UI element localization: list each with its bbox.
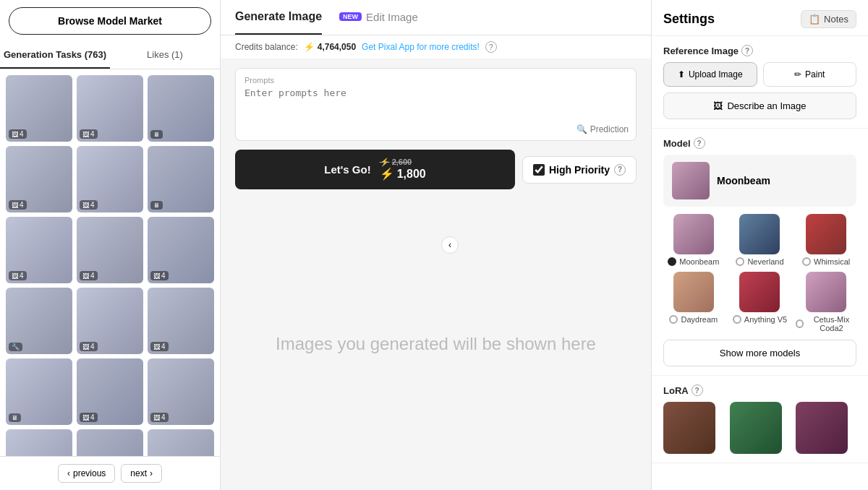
go-button[interactable]: Let's Go! ⚡2,600 ⚡1,800 [235, 150, 515, 189]
gallery-item[interactable]: 🖥 [6, 358, 72, 425]
priority-row: High Priority ? [522, 156, 637, 184]
gallery-badge: 🖥 [150, 130, 163, 139]
prediction-button[interactable]: 🔍 Prediction [576, 124, 629, 134]
paint-label: Paint [805, 69, 825, 79]
lora-item-lora2[interactable] [730, 402, 782, 454]
gallery-badge: 🖼4 [9, 129, 27, 139]
model-label-cetus: Cetus-Mix Coda2 [807, 315, 856, 332]
selected-model-thumb [672, 162, 710, 199]
gallery-item[interactable]: 🖼4 [148, 217, 214, 283]
priority-help-icon[interactable]: ? [614, 164, 626, 176]
sidebar-collapse-button[interactable]: ‹ [441, 236, 459, 254]
tab-likes[interactable]: Likes (1) [110, 42, 220, 69]
describe-icon: 🖼 [713, 100, 723, 111]
gallery-badge: 🖥 [150, 201, 163, 210]
model-label-moonbeam: Moonbeam [679, 257, 719, 266]
model-thumb-anythingv5 [739, 272, 780, 312]
prompt-area: Prompts 🔍 Prediction [221, 59, 651, 150]
upload-image-button[interactable]: ⬆ Upload Image [663, 62, 757, 87]
gallery-badge: 🖼4 [150, 413, 169, 422]
sidebar: Browse Model Market Generation Tasks (76… [0, 0, 221, 490]
notes-button[interactable]: 📋 Notes [801, 10, 856, 28]
gallery-badge: 🖼4 [80, 200, 98, 210]
high-priority-checkbox[interactable] [533, 164, 545, 176]
model-radio-whimsical: Whimsical [802, 257, 850, 266]
pagination: ‹ previous next › [0, 456, 220, 490]
lora-section: LoRA ? [652, 376, 868, 463]
radio-dot-daydream [669, 315, 678, 324]
gallery-item[interactable]: 🖼4 [6, 75, 72, 142]
gallery-item[interactable]: 🖼4 [148, 288, 214, 354]
tab-edit-image[interactable]: NEW Edit Image [339, 1, 418, 35]
credits-help-icon[interactable]: ? [485, 41, 497, 53]
gallery-badge: 🔧 [9, 343, 22, 351]
paint-button[interactable]: ✏ Paint [763, 62, 857, 87]
gallery-badge: 🖼4 [150, 271, 169, 280]
gallery-item[interactable]: 🖼4 [6, 429, 72, 456]
gallery-badge: 🖼4 [80, 413, 98, 422]
chevron-left-icon: ‹ [67, 468, 70, 478]
lora-item-lora1[interactable] [663, 402, 715, 454]
prev-button[interactable]: ‹ previous [58, 464, 115, 483]
gallery-item[interactable]: 🖼4 [77, 75, 143, 142]
model-option-cetus[interactable]: Cetus-Mix Coda2 [796, 272, 856, 332]
prompt-input[interactable] [244, 87, 627, 131]
credits-icon: ⚡ [304, 42, 315, 52]
model-option-neverland[interactable]: Neverland [730, 214, 791, 266]
new-badge: NEW [339, 12, 362, 21]
prediction-label: Prediction [590, 124, 629, 134]
model-option-daydream[interactable]: Daydream [663, 272, 724, 332]
gallery-grid: 🖼4🖼4🖥🖼4🖼4🖥🖼4🖼4🖼4🔧🖼4🖼4🖥🖼4🖼4🖼4🖼4🖼4 [0, 69, 220, 456]
reference-buttons: ⬆ Upload Image ✏ Paint [663, 62, 856, 87]
credits-value: ⚡ 4,764,050 [304, 42, 356, 52]
model-radio-moonbeam: Moonbeam [668, 257, 719, 266]
reference-help-icon[interactable]: ? [741, 45, 753, 56]
lora-item-lora3[interactable] [796, 402, 848, 454]
model-radio-anythingv5: Anything V5 [733, 315, 787, 324]
describe-label: Describe an Image [727, 100, 806, 111]
model-help-icon[interactable]: ? [694, 137, 705, 149]
browse-model-market-button[interactable]: Browse Model Market [9, 7, 211, 35]
show-more-models-button[interactable]: Show more models [663, 340, 856, 366]
credits-cta-link[interactable]: Get Pixal App for more credits! [362, 42, 480, 52]
selected-model: Moonbeam [663, 155, 856, 207]
describe-image-button[interactable]: 🖼 Describe an Image [663, 93, 856, 119]
gallery-item[interactable]: 🔧 [6, 288, 72, 354]
gallery-item[interactable]: 🖼4 [148, 358, 214, 425]
lora-grid [663, 402, 856, 454]
gallery-item[interactable]: 🖼4 [148, 429, 214, 456]
model-radio-daydream: Daydream [669, 315, 718, 324]
model-option-anythingv5[interactable]: Anything V5 [730, 272, 791, 332]
search-icon: 🔍 [576, 124, 587, 134]
model-grid: Moonbeam Neverland Whimsical Daydream An… [663, 214, 856, 332]
model-label-anythingv5: Anything V5 [744, 315, 787, 324]
next-button[interactable]: next › [121, 464, 162, 483]
model-radio-neverland: Neverland [736, 257, 783, 266]
radio-dot-whimsical [802, 257, 811, 266]
gallery-item[interactable]: 🖼4 [77, 146, 143, 212]
main-panel: Generate Image NEW Edit Image Credits ba… [221, 0, 651, 490]
center-wrapper: Prompts 🔍 Prediction Let's Go! ⚡2,600 [221, 59, 651, 490]
gallery-item[interactable]: 🖼4 [6, 217, 72, 283]
tab-generation[interactable]: Generation Tasks (763) [0, 42, 110, 69]
gallery-item[interactable]: 🖼4 [77, 358, 143, 425]
model-label-daydream: Daydream [681, 315, 718, 324]
gallery-item[interactable]: 🖼4 [6, 146, 72, 212]
gallery-item[interactable]: 🖼4 [77, 288, 143, 354]
model-thumb-neverland [739, 214, 780, 254]
gallery-badge: 🖼4 [80, 129, 98, 139]
gallery-item[interactable]: 🖥 [148, 146, 214, 212]
model-option-whimsical[interactable]: Whimsical [796, 214, 856, 266]
model-thumb-moonbeam [673, 214, 714, 254]
gallery-item[interactable]: 🖥 [148, 75, 214, 142]
tab-generate-image[interactable]: Generate Image [235, 0, 322, 35]
gallery-item[interactable]: 🖼4 [77, 217, 143, 283]
prompt-box: Prompts 🔍 Prediction [235, 68, 637, 141]
prev-label: previous [73, 468, 106, 478]
gallery-badge: 🖼4 [150, 342, 169, 351]
model-option-moonbeam[interactable]: Moonbeam [663, 214, 724, 266]
radio-dot-cetus [796, 319, 804, 328]
lora-help-icon[interactable]: ? [692, 384, 703, 396]
gallery-item[interactable]: 🖼4 [77, 429, 143, 456]
model-radio-cetus: Cetus-Mix Coda2 [796, 315, 856, 332]
